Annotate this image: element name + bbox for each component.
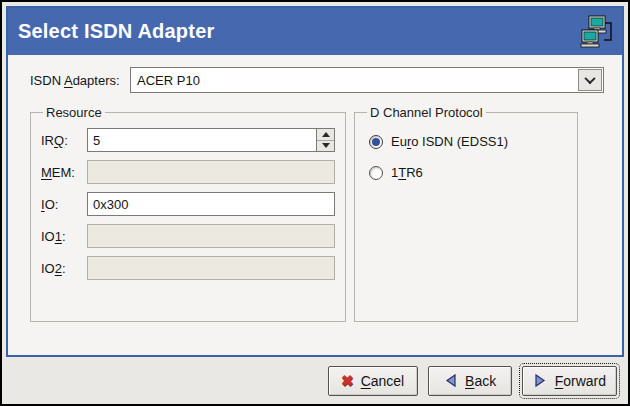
down-arrow-icon [322,143,330,148]
dialog-title: Select ISDN Adapter [18,20,580,43]
isdn-adapter-dialog: Select ISDN Adapter [0,0,630,406]
irq-spinbox [87,128,335,152]
1tr6-radio-label: 1TR6 [391,165,423,180]
dialog-titlebar: Select ISDN Adapter [8,8,622,55]
euro-isdn-radio-label: Euro ISDN (EDSS1) [391,134,508,149]
io1-label: IO1: [41,229,87,244]
isdn-adapters-combobox[interactable]: ACER P10 [130,67,604,93]
io2-label: IO2: [41,261,87,276]
isdn-adapters-label: ISDN Adapters: [30,73,130,88]
left-arrow-icon [443,373,458,388]
irq-spin-down-button[interactable] [317,141,334,152]
1tr6-radio-row[interactable]: 1TR6 [369,165,567,180]
isdn-adapters-dropdown-button[interactable] [578,69,602,91]
resource-group: Resource IRQ: MEM: [30,105,346,322]
adapter-row: ISDN Adapters: ACER P10 [30,67,604,93]
io2-field-row: IO2: [41,256,335,280]
cancel-button[interactable]: ✖ Cancel [328,366,418,396]
network-computers-icon [580,14,614,50]
io1-input [87,224,335,248]
irq-spin-up-button[interactable] [317,129,334,141]
right-arrow-icon [533,373,548,388]
dialog-content: ISDN Adapters: ACER P10 Resource IRQ: [8,55,622,355]
io-input[interactable] [87,192,335,216]
euro-isdn-radio-row[interactable]: Euro ISDN (EDSS1) [369,134,567,149]
wizard-frame: Select ISDN Adapter [6,6,624,357]
up-arrow-icon [322,132,330,137]
forward-button-label: Forward [555,373,606,389]
back-button-label: Back [465,373,496,389]
back-button[interactable]: Back [428,366,512,396]
euro-isdn-radio-button[interactable] [369,135,383,149]
io-label: IO: [41,197,87,212]
irq-field-row: IRQ: [41,128,335,152]
content-columns: Resource IRQ: MEM: [30,105,604,322]
io-field-row: IO: [41,192,335,216]
irq-input[interactable] [88,129,316,151]
1tr6-radio-button[interactable] [369,166,383,180]
forward-button[interactable]: Forward [522,366,617,396]
d-channel-protocol-legend: D Channel Protocol [367,105,486,120]
mem-field-row: MEM: [41,160,335,184]
radio-selected-dot [372,138,380,146]
mem-input [87,160,335,184]
cancel-button-label: Cancel [361,373,405,389]
chevron-down-icon [584,73,595,84]
d-channel-protocol-group: D Channel Protocol Euro ISDN (EDSS1) 1TR… [354,105,578,322]
isdn-adapters-combobox-value: ACER P10 [131,68,577,92]
mem-label: MEM: [41,165,87,180]
irq-label: IRQ: [41,133,87,148]
resource-group-legend: Resource [43,105,105,120]
io2-input [87,256,335,280]
io1-field-row: IO1: [41,224,335,248]
irq-spin-buttons [316,129,334,151]
red-x-icon: ✖ [341,373,354,388]
dialog-button-bar: ✖ Cancel Back Forward [6,357,624,404]
